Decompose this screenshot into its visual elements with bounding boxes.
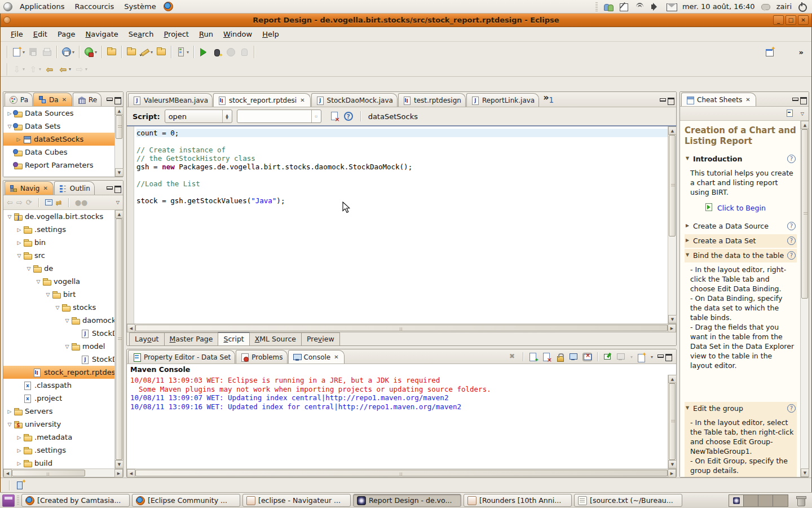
code-line-9[interactable]: stock = gsh.getStockValues("Java"); bbox=[136, 196, 668, 205]
close-icon[interactable]: ✕ bbox=[299, 97, 306, 104]
expander-expanded-icon[interactable]: ▽ bbox=[6, 214, 14, 220]
script-element-select[interactable]: ▫ bbox=[237, 110, 321, 123]
console-hscrollbar[interactable]: ◀▶ bbox=[127, 468, 676, 477]
tree-item-bin[interactable]: ▷bin bbox=[3, 236, 114, 249]
close-button[interactable]: ✕ bbox=[798, 15, 809, 25]
workspace-4[interactable] bbox=[773, 495, 788, 506]
editor-tab-reportlink[interactable]: ReportLink.java bbox=[466, 93, 539, 107]
tab-property-editor[interactable]: Property Editor - Data Set bbox=[128, 350, 235, 364]
section-help-icon[interactable]: ? bbox=[787, 251, 796, 260]
maximize-view-icon[interactable] bbox=[668, 98, 674, 103]
code-line-5[interactable]: gsh = new Packages.de.vogella.birt.stock… bbox=[136, 163, 668, 171]
trash-icon[interactable] bbox=[796, 496, 805, 506]
mail-tray-icon[interactable] bbox=[667, 2, 677, 11]
taskbar-window-report-design[interactable]: Report Design - de.vo... bbox=[353, 494, 461, 507]
print-button[interactable] bbox=[40, 46, 54, 58]
fast-view-icon[interactable] bbox=[16, 480, 26, 491]
minimize-view-icon[interactable] bbox=[659, 98, 665, 103]
code-line-3[interactable]: // Create instance of bbox=[136, 146, 668, 154]
code-line-2[interactable] bbox=[136, 137, 668, 146]
collapse-sections-icon[interactable] bbox=[785, 108, 795, 119]
scroll-lock-icon[interactable] bbox=[555, 353, 565, 361]
code-area[interactable]: count = 0; // Create instance of// the G… bbox=[134, 126, 668, 323]
link-with-editor-icon[interactable]: ⇄ bbox=[56, 198, 62, 207]
next-annotation-button[interactable]: ⇩▾ bbox=[10, 63, 27, 76]
expander-expanded-icon[interactable]: ▽ bbox=[34, 279, 42, 284]
script-editor[interactable]: count = 0; // Create instance of// the G… bbox=[127, 126, 676, 323]
forward-button[interactable]: ⇨▾ bbox=[73, 63, 89, 76]
workspace-1[interactable] bbox=[729, 495, 744, 506]
username-label[interactable]: zairi bbox=[776, 2, 792, 11]
expander-collapsed-icon[interactable]: ▷ bbox=[6, 111, 14, 116]
page-tab-xml-source[interactable]: XML Source bbox=[249, 332, 302, 345]
tree-item-stocks[interactable]: ▽stocks bbox=[3, 301, 114, 314]
terminate-icon[interactable] bbox=[508, 353, 518, 361]
section-help-icon[interactable]: ? bbox=[787, 237, 796, 245]
console-log[interactable]: 10/08/11 13:09:03 WET: Eclipse is runnin… bbox=[127, 375, 668, 468]
section-expanded-icon[interactable]: ▼ bbox=[686, 404, 693, 410]
expander-expanded-icon[interactable]: ▽ bbox=[63, 344, 71, 349]
stop-button[interactable] bbox=[224, 46, 237, 58]
menubar-item-edit[interactable]: Edit bbox=[29, 28, 52, 40]
code-line-7[interactable]: //Load the List bbox=[136, 179, 668, 188]
script-method-select[interactable]: open▲▼ bbox=[165, 110, 232, 123]
expander-expanded-icon[interactable]: ▽ bbox=[54, 305, 61, 310]
chat-status-icon[interactable] bbox=[761, 2, 771, 11]
maximize-view-icon[interactable] bbox=[114, 186, 121, 191]
maximize-button[interactable]: □ bbox=[785, 15, 796, 25]
tab-cheat-sheets[interactable]: Cheat Sheets✕ bbox=[681, 93, 756, 106]
menubar-item-window[interactable]: Window bbox=[219, 28, 257, 40]
expander-expanded-icon[interactable]: ▽ bbox=[6, 422, 14, 427]
menubar-item-file[interactable]: File bbox=[6, 28, 28, 40]
tree-item-stock-report-rptdesign[interactable]: stock_report.rptdesign bbox=[3, 366, 114, 379]
code-line-8[interactable] bbox=[136, 188, 668, 196]
expander-expanded-icon[interactable]: ▽ bbox=[6, 124, 14, 129]
taskbar-window-rounders[interactable]: [Rounders [10th Anni... bbox=[464, 494, 572, 507]
volume-tray-icon[interactable] bbox=[651, 2, 661, 11]
menu-applications[interactable]: Applications bbox=[15, 0, 69, 14]
tree-item--metadata[interactable]: ▷.metadata bbox=[3, 431, 114, 444]
section-collapsed-icon[interactable]: ▶ bbox=[686, 222, 693, 228]
tab-problems[interactable]: Problems bbox=[236, 350, 287, 364]
maximize-view-icon[interactable] bbox=[800, 97, 806, 103]
close-icon[interactable]: ✕ bbox=[42, 185, 48, 192]
tree-item-university[interactable]: ▽university bbox=[3, 418, 114, 431]
page-tab-layout[interactable]: Layout bbox=[129, 332, 165, 345]
expander-collapsed-icon[interactable]: ▷ bbox=[15, 227, 23, 233]
tree-item-de[interactable]: ▽de bbox=[3, 262, 114, 275]
tree-item-de-vogella-birt-stocks[interactable]: ▽de.vogella.birt.stocks bbox=[3, 210, 114, 223]
tree-item-data-cubes[interactable]: Data Cubes bbox=[3, 146, 114, 159]
compose-tray-icon[interactable] bbox=[619, 2, 629, 11]
tree-item-report-parameters[interactable]: Report Parameters bbox=[3, 159, 114, 172]
save-button[interactable] bbox=[27, 46, 40, 58]
run-report-button[interactable]: ▾ bbox=[82, 46, 99, 58]
minimize-view-icon[interactable] bbox=[657, 354, 663, 360]
tree-item-data-sources[interactable]: ▷Data Sources bbox=[3, 107, 114, 120]
tab-data-explorer[interactable]: Da✕ bbox=[33, 93, 72, 106]
run-button[interactable] bbox=[197, 46, 210, 58]
power-icon[interactable] bbox=[797, 2, 807, 11]
minimize-button[interactable]: _ bbox=[773, 15, 784, 25]
menubar-item-help[interactable]: Help bbox=[258, 28, 284, 40]
open-file-button[interactable] bbox=[105, 46, 118, 58]
tree-item--classpath[interactable]: .classpath bbox=[3, 379, 114, 392]
tab-palette[interactable]: Pa bbox=[5, 93, 33, 106]
page-tab-script[interactable]: Script bbox=[218, 332, 249, 345]
tree-item-data-sets[interactable]: ▽Data Sets bbox=[3, 120, 114, 133]
close-icon[interactable]: ✕ bbox=[61, 96, 68, 103]
tree-item-model[interactable]: ▽model bbox=[3, 340, 114, 353]
tree-item-stockdata-java[interactable]: StockData.java bbox=[3, 353, 114, 366]
previous-annotation-button[interactable]: ⇧▾ bbox=[27, 63, 43, 76]
taskbar-window-source-txt[interactable]: [source.txt (~/Bureau... bbox=[574, 494, 682, 507]
tree-item--settings[interactable]: ▷.settings bbox=[3, 444, 114, 457]
section-help-icon[interactable]: ? bbox=[787, 155, 796, 163]
navigator-scrollbar[interactable]: ▲▼ bbox=[114, 210, 123, 468]
word-wrap-icon[interactable] bbox=[569, 353, 579, 361]
server-button[interactable]: ▾ bbox=[174, 46, 191, 58]
editor-tab-valeursmbean[interactable]: ValeursMBean.java bbox=[128, 93, 213, 107]
maximize-view-icon[interactable] bbox=[665, 354, 672, 360]
tab-outline[interactable]: Outlin bbox=[54, 181, 95, 195]
taskbar-window-camtasia[interactable]: [Created by Camtasia... bbox=[21, 494, 130, 507]
ubuntu-logo-icon[interactable] bbox=[3, 2, 12, 11]
close-icon[interactable]: ✕ bbox=[333, 353, 339, 361]
